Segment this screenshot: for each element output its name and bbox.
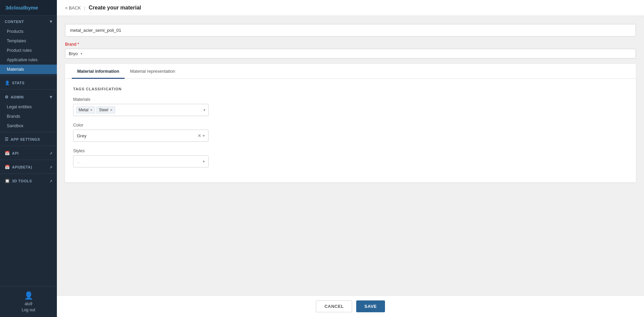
sidebar-item-applicative-rules[interactable]: Applicative rules [0,55,57,65]
sidebar-divider-5 [0,160,57,160]
sidebar-app-settings-header[interactable]: ☰ APP SETTINGS [0,134,57,144]
page-title: Create your material [89,5,141,11]
gear-icon: ⚙ [5,95,9,99]
bottom-bar: CANCEL SAVE [57,295,644,317]
material-name-input[interactable] [65,24,636,37]
color-label: Color [73,123,628,128]
main-content: < BACK | Create your material Brand * Br… [57,0,644,317]
content-area: Brand * Bryo ▾ Material information Mate… [57,16,644,295]
materials-tag-chevron-icon: ▾ [203,108,206,112]
sidebar-footer: 👤 alu9 Log out [0,286,57,317]
sidebar-section-stats: 👤 STATS [0,77,57,88]
sidebar: 3dcloudbyme CONTENT ▾ Products Templates… [0,0,57,317]
sidebar-content-label: CONTENT [5,20,24,24]
sidebar-username: alu9 [25,301,33,306]
sidebar-section-app-settings: ☰ APP SETTINGS [0,134,57,144]
chevron-down-icon: ▾ [50,19,52,24]
color-select[interactable]: Grey ✕ ▾ [73,130,209,142]
materials-label: Materials [73,97,628,102]
sidebar-item-legal-entities[interactable]: Legal entities [0,102,57,112]
chevron-down-icon-admin: ▾ [50,94,52,99]
sidebar-section-api-beta: 📅 API(BETA) ↗ [0,161,57,172]
sidebar-section-3d-tools: 🔲 3D TOOLS ↗ [0,175,57,186]
sidebar-divider-4 [0,146,57,146]
brand-select[interactable]: Bryo ▾ [65,49,636,59]
external-link-icon-3: ↗ [49,179,52,183]
color-chevron-icon: ▾ [203,134,205,138]
material-card: Material information Material representa… [65,64,636,182]
sidebar-item-brands[interactable]: Brands [0,112,57,121]
materials-tag-input[interactable]: Metal ✕ Steel ✕ ▾ [73,104,209,116]
sidebar-stats-label: STATS [12,81,52,85]
cancel-button[interactable]: CANCEL [316,300,352,312]
color-clear-icon[interactable]: ✕ [197,133,201,138]
stats-icon: 👤 [5,81,10,85]
tag-steel-remove[interactable]: ✕ [110,108,113,112]
logout-button[interactable]: Log out [22,308,35,312]
external-link-icon: ↗ [49,152,52,155]
sidebar-admin-header[interactable]: ⚙ ADMIN ▾ [0,91,57,102]
materials-form-group: Materials Metal ✕ Steel ✕ ▾ [73,97,628,116]
styles-chevron-icon: ▾ [203,159,205,164]
tag-metal: Metal ✕ [76,107,95,113]
tag-steel: Steel ✕ [96,107,115,113]
sidebar-api-header[interactable]: 📅 API ↗ [0,148,57,158]
sidebar-divider-6 [0,174,57,174]
sidebar-app-settings-label: APP SETTINGS [11,137,52,141]
sidebar-item-materials[interactable]: Materials [0,65,57,74]
sidebar-divider-3 [0,132,57,132]
color-value: Grey [77,133,197,138]
brand-section: Brand * Bryo ▾ [65,42,636,59]
sidebar-section-api: 📅 API ↗ [0,148,57,158]
sidebar-divider-2 [0,89,57,90]
calendar-icon-2: 📅 [5,151,10,156]
app-logo: 3dcloudbyme [0,0,57,16]
color-form-group: Color Grey ✕ ▾ [73,123,628,142]
sidebar-admin-label: ADMIN [11,95,50,99]
styles-form-group: Styles ... ▾ [73,149,628,167]
calendar-icon: ☰ [5,137,9,142]
back-button[interactable]: < BACK [65,5,81,10]
styles-placeholder: ... [77,159,203,164]
tag-metal-label: Metal [79,108,88,112]
sidebar-3d-tools-label: 3D TOOLS [12,179,49,183]
calendar-icon-3: 📅 [5,165,10,169]
brand-label: Brand * [65,42,636,47]
sidebar-section-admin: ⚙ ADMIN ▾ Legal entities Brands Sandbox [0,91,57,131]
tab-bar: Material information Material representa… [65,64,636,79]
sidebar-3d-tools-header[interactable]: 🔲 3D TOOLS ↗ [0,175,57,186]
sidebar-content-header[interactable]: CONTENT ▾ [0,16,57,27]
topbar: < BACK | Create your material [57,0,644,16]
card-body: TAGS CLASSIFICATION Materials Metal ✕ St… [65,79,636,182]
sidebar-item-sandbox[interactable]: Sandbox [0,121,57,131]
styles-label: Styles [73,149,628,153]
brand-required-indicator: * [78,42,79,47]
brand-value: Bryo [69,51,78,56]
sidebar-section-content: CONTENT ▾ Products Templates Product rul… [0,16,57,74]
external-link-icon-2: ↗ [49,165,52,169]
topbar-separator: | [84,5,85,10]
tab-material-representation[interactable]: Material representation [125,64,180,79]
user-avatar-icon: 👤 [24,291,33,300]
tag-steel-label: Steel [99,108,108,112]
tab-material-information[interactable]: Material information [72,64,125,79]
save-button[interactable]: SAVE [356,300,385,312]
sidebar-stats-header[interactable]: 👤 STATS [0,77,57,88]
styles-select[interactable]: ... ▾ [73,155,209,167]
sidebar-item-templates[interactable]: Templates [0,36,57,46]
brand-chevron-icon: ▾ [81,52,82,55]
sidebar-api-label: API [12,151,49,155]
sidebar-api-beta-label: API(BETA) [12,165,49,169]
sidebar-divider-1 [0,75,57,76]
tags-classification-title: TAGS CLASSIFICATION [73,87,628,91]
tag-metal-remove[interactable]: ✕ [90,108,93,112]
sidebar-item-product-rules[interactable]: Product rules [0,46,57,55]
sidebar-api-beta-header[interactable]: 📅 API(BETA) ↗ [0,161,57,172]
sidebar-item-products[interactable]: Products [0,27,57,36]
cube-icon: 🔲 [5,179,10,183]
